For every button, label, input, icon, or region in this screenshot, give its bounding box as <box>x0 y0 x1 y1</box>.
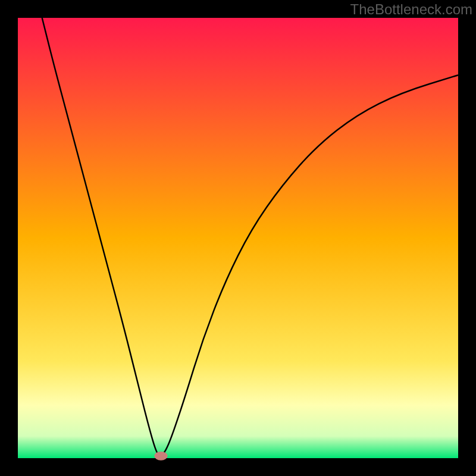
bottleneck-chart: TheBottleneck.com <box>0 0 476 476</box>
attribution-text: TheBottleneck.com <box>350 1 472 18</box>
plot-area <box>18 18 458 458</box>
optimum-marker <box>154 452 167 461</box>
chart-svg <box>0 0 476 476</box>
